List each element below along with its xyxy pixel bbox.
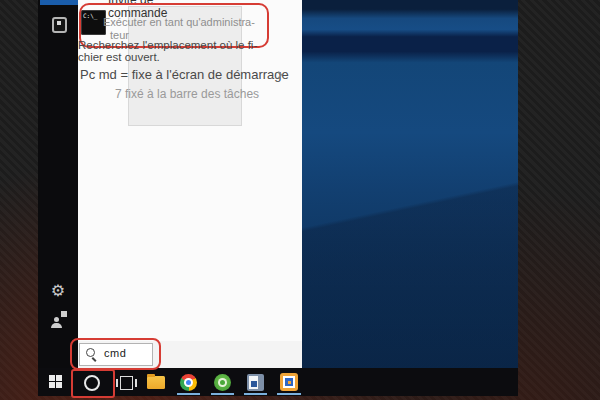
desktop-wallpaper	[302, 0, 518, 368]
people-icon[interactable]	[51, 311, 67, 328]
people-icon-flag	[61, 311, 67, 317]
cortana-icon[interactable]	[84, 375, 100, 391]
menu-item-open-file-location[interactable]: Recherchez l'emplacement où le fi-	[78, 39, 257, 51]
title-bar-strip	[40, 0, 78, 5]
windows-start-pane	[56, 382, 62, 388]
people-icon-body	[51, 323, 62, 328]
menu-item-pin-to-taskbar[interactable]: 7 fixé à la barre des tâches	[115, 87, 259, 101]
task-view-icon[interactable]	[120, 376, 133, 390]
running-indicator	[211, 393, 234, 395]
menu-item-pin-to-start[interactable]: Pc md = fixe à l'écran de démarrage	[80, 67, 289, 82]
menu-icon[interactable]	[52, 17, 67, 33]
media-app-icon-dot	[288, 381, 291, 384]
annotation-box-search	[70, 338, 161, 370]
windows-start-pane	[56, 375, 62, 381]
media-app-icon[interactable]	[280, 373, 298, 391]
file-explorer-icon[interactable]	[147, 376, 165, 389]
search-results-panel: Invite de commande C:\_ Exécuter en tant…	[78, 0, 302, 369]
chevron-right-icon: ›	[277, 64, 283, 84]
taskbar	[38, 368, 518, 396]
windows-start-pane	[49, 375, 55, 381]
document-app-icon[interactable]	[247, 374, 264, 391]
running-indicator	[277, 393, 301, 395]
people-icon-head	[54, 317, 59, 322]
start-sidebar: ⚙	[38, 0, 78, 396]
menu-item-open-file-location-line2[interactable]: chier est ouvert.	[78, 51, 160, 63]
windows-start-pane	[49, 382, 55, 388]
settings-gear-icon[interactable]: ⚙	[49, 282, 67, 300]
running-indicator	[177, 393, 200, 395]
chrome-icon[interactable]	[180, 374, 197, 391]
running-indicator	[244, 393, 267, 395]
page-background: ⚙ Invite de commande C:\_ Exécuter en ta…	[0, 0, 600, 400]
green-updater-icon[interactable]	[214, 374, 231, 391]
windows-start-icon[interactable]	[49, 375, 62, 388]
